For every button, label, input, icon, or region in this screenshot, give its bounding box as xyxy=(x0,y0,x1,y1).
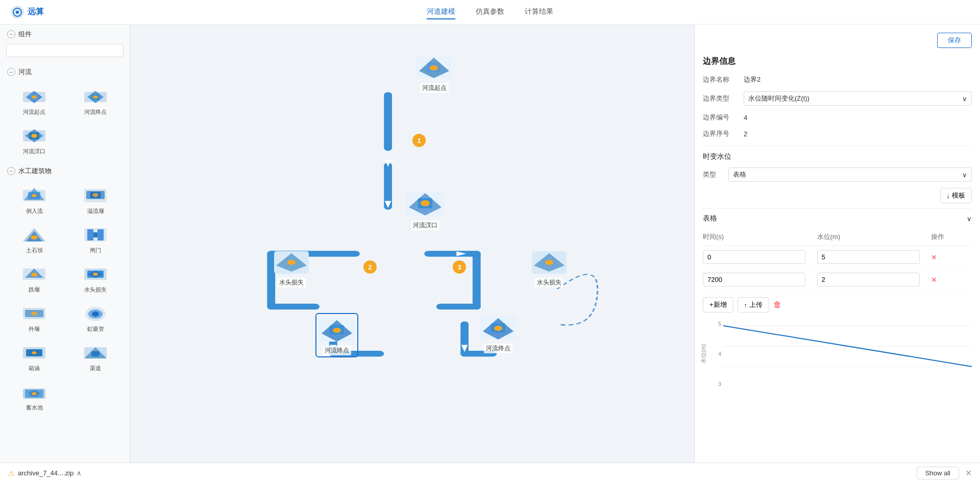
component-drop-weir[interactable]: 跌堰 xyxy=(4,259,64,298)
svg-marker-71 xyxy=(461,345,468,352)
water-level-input-1[interactable] xyxy=(817,250,920,264)
water-level-input-2[interactable] xyxy=(817,273,920,286)
component-river-fork[interactable]: 河流汊口 xyxy=(4,121,64,159)
file-info: ⚠ archive_7_44....zip ∧ xyxy=(8,469,911,477)
component-overflow-weir[interactable]: 溢流堰 xyxy=(65,181,126,219)
gate-icon xyxy=(82,224,109,245)
chart-canvas xyxy=(723,321,972,387)
node-fork-label: 河流汊口 xyxy=(411,221,439,230)
hydraulic-collapse-icon[interactable]: − xyxy=(7,167,15,175)
nav-tab-result[interactable]: 计算结果 xyxy=(525,5,553,19)
component-river-end[interactable]: 河流终点 xyxy=(65,82,126,120)
river-components: 河流起点 河流终点 河流汊口 xyxy=(0,80,130,161)
node-river-end-right[interactable]: 河流终点 xyxy=(479,313,518,353)
table-section-label: 表格 xyxy=(703,214,717,223)
svg-point-18 xyxy=(32,194,37,197)
y-tick-4: 4 xyxy=(718,351,721,357)
siphon-icon xyxy=(82,303,109,323)
delete-row-2-icon[interactable]: ✕ xyxy=(931,276,937,284)
siphon-label: 虹吸管 xyxy=(87,325,104,333)
node-river-end-left-label: 河流终点 xyxy=(323,346,351,355)
node-river-start-label: 河流起点 xyxy=(420,83,449,93)
search-input[interactable] xyxy=(6,44,124,57)
type-select[interactable]: 表格 ∨ xyxy=(728,167,972,182)
left-sidebar: − 组件 − 河流 河流起点 xyxy=(0,25,130,483)
type-value: 表格 xyxy=(733,170,746,179)
col-waterlevel-header: 水位(m) xyxy=(817,232,932,242)
table-section: 表格 ∨ 时间(s) 水位(m) 操作 ✕ ✕ xyxy=(703,208,972,312)
close-bottom-icon[interactable]: ✕ xyxy=(965,468,972,478)
upload-icon: ↑ xyxy=(744,301,748,309)
template-button[interactable]: ↓ 模板 xyxy=(940,188,972,203)
table-row: ✕ xyxy=(703,246,972,269)
time-input-1[interactable] xyxy=(703,250,805,264)
component-outer-weir[interactable]: 外堰 xyxy=(4,299,64,337)
boundary-type-row: 边界类型 水位随时间变化(Z(t)) ∨ xyxy=(703,91,972,106)
svg-marker-66 xyxy=(385,160,391,167)
type-row: 类型 表格 ∨ xyxy=(703,167,972,182)
table-action-row: +新增 ↑ 上传 🗑 xyxy=(703,297,972,312)
svg-point-42 xyxy=(92,311,99,317)
channel-label: 渠道 xyxy=(90,365,101,372)
gate-label: 闸门 xyxy=(90,247,101,254)
svg-point-32 xyxy=(31,273,37,277)
group-collapse-icon[interactable]: − xyxy=(7,30,15,38)
svg-point-39 xyxy=(31,311,37,316)
svg-marker-69 xyxy=(456,251,466,256)
badge-1: 1 xyxy=(412,134,426,147)
component-earth-dam[interactable]: 土石坝 xyxy=(4,220,64,258)
upload-button[interactable]: ↑ 上传 xyxy=(738,297,770,312)
svg-point-82 xyxy=(287,260,296,265)
badge-3: 3 xyxy=(453,260,466,274)
table-section-header[interactable]: 表格 ∨ xyxy=(703,208,972,228)
river-start-node-icon xyxy=(415,53,453,82)
show-all-button[interactable]: Show all xyxy=(917,467,959,479)
trash-icon[interactable]: 🗑 xyxy=(773,300,781,309)
y-tick-3: 3 xyxy=(718,381,721,387)
nav-tab-sim[interactable]: 仿真参数 xyxy=(476,5,504,19)
box-culvert-label: 箱涵 xyxy=(29,365,40,372)
component-head-loss[interactable]: 水头损失 xyxy=(65,259,126,298)
download-icon: ↓ xyxy=(947,192,950,200)
boundary-seq-row: 边界序号 2 xyxy=(703,129,972,138)
fork-node-icon xyxy=(405,188,446,220)
svg-point-53 xyxy=(32,392,37,395)
boundary-number-value: 4 xyxy=(744,114,972,122)
outer-weir-label: 外堰 xyxy=(29,325,40,333)
node-fork[interactable]: 河流汊口 xyxy=(405,188,446,230)
node-head-loss-left[interactable]: 水头损失 xyxy=(273,248,310,287)
top-nav: 远算 河道建模 仿真参数 计算结果 xyxy=(0,0,980,25)
add-row-button[interactable]: +新增 xyxy=(703,297,733,312)
hydraulic-components: 倒入流 溢流堰 土石坝 xyxy=(0,179,130,418)
node-river-end-left[interactable]: 河流终点 xyxy=(315,313,358,357)
boundary-type-select[interactable]: 水位随时间变化(Z(t)) ∨ xyxy=(744,91,972,106)
type-label: 类型 xyxy=(703,170,728,179)
save-button[interactable]: 保存 xyxy=(937,33,972,48)
nav-tab-model[interactable]: 河道建模 xyxy=(427,5,455,19)
svg-point-46 xyxy=(32,351,37,354)
component-river-start[interactable]: 河流起点 xyxy=(4,82,64,120)
component-siphon[interactable]: 虹吸管 xyxy=(65,299,126,337)
component-gate[interactable]: 闸门 xyxy=(65,220,126,258)
hydraulic-section-header: − 水工建筑物 xyxy=(0,161,130,179)
time-input-2[interactable] xyxy=(703,273,805,286)
component-reservoir[interactable]: 蓄水池 xyxy=(4,377,64,416)
node-river-start[interactable]: 河流起点 xyxy=(415,53,453,93)
boundary-type-value: 水位随时间变化(Z(t)) xyxy=(748,94,810,103)
delete-row-1-icon[interactable]: ✕ xyxy=(931,253,937,261)
node-head-loss-right[interactable]: 水头损失 xyxy=(531,248,568,287)
svg-marker-67 xyxy=(385,201,391,208)
box-culvert-icon xyxy=(21,342,47,363)
component-inflow[interactable]: 倒入流 xyxy=(4,181,64,219)
component-box-culvert[interactable]: 箱涵 xyxy=(4,338,64,376)
expand-icon[interactable]: ∧ xyxy=(77,469,82,477)
col-time-header: 时间(s) xyxy=(703,232,817,242)
component-channel[interactable]: 渠道 xyxy=(65,338,126,376)
river-collapse-icon[interactable]: − xyxy=(7,68,15,76)
canvas-area[interactable]: 河流起点 河流汊口 水头损失 xyxy=(130,25,694,483)
head-loss-left-icon xyxy=(273,248,310,277)
chart-svg xyxy=(723,321,972,387)
head-loss-icon xyxy=(82,263,109,284)
svg-point-25 xyxy=(31,235,38,239)
node-head-loss-right-label: 水头损失 xyxy=(535,278,564,287)
